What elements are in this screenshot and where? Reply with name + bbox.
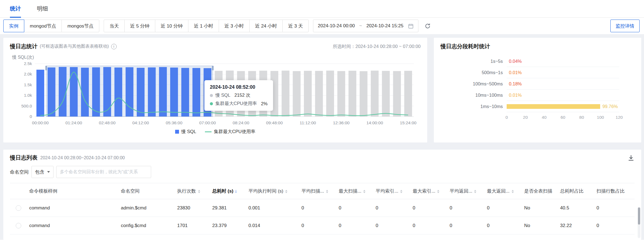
namespace-filter-label: 命名空间 <box>10 169 29 175</box>
date-end[interactable]: 2024-10-24 15:25 <box>366 23 403 29</box>
x-axis-tick-label: 40 <box>542 115 546 120</box>
svg-text:02:48:00: 02:48:00 <box>99 120 116 125</box>
sort-down-icon <box>437 192 439 193</box>
segment-bar-track: 0.04% <box>507 56 619 67</box>
legend-label: 慢 SQL <box>181 129 196 135</box>
column-header-label: 扫描行数占比 <box>597 188 625 194</box>
column-header[interactable]: 平均索引... <box>373 183 410 199</box>
tab-details[interactable]: 明细 <box>37 0 48 17</box>
button-last-24h[interactable]: 近 24 小时 <box>249 20 283 32</box>
sort-up-icon <box>363 190 365 191</box>
table-cell: 0 <box>299 217 336 234</box>
table-cell: admin.$cmd <box>119 199 175 217</box>
sort-down-icon <box>512 192 514 193</box>
button-mongod-node[interactable]: mongod节点 <box>24 20 62 32</box>
column-header[interactable]: 最大扫描... <box>336 183 373 199</box>
sort-icon[interactable] <box>474 190 476 193</box>
y-axis-title: 慢 SQL(次) <box>12 55 421 60</box>
series-dot-icon <box>210 94 213 97</box>
legend-item[interactable]: 慢 SQL <box>175 129 196 135</box>
button-mongos-node[interactable]: mongos节点 <box>62 20 99 32</box>
download-button[interactable] <box>627 154 635 161</box>
table-cell: 0.001 <box>246 199 299 217</box>
namespace-input[interactable] <box>56 166 151 178</box>
table-cell: 0 <box>299 199 336 217</box>
svg-text:11:12:00: 11:12:00 <box>300 120 316 125</box>
series-dot-icon <box>210 102 213 105</box>
legend-item[interactable]: 集群最大CPU使用率 <box>205 129 255 135</box>
segment-stats-card: 慢日志分段耗时统计 1s~5s0.04%500ms~1s0.01%100ms~5… <box>434 38 641 142</box>
download-icon <box>627 154 635 161</box>
table-cell: 32.22 <box>558 217 594 234</box>
column-header: 扫描行数占比 <box>594 183 635 199</box>
svg-text:12:36:00: 12:36:00 <box>333 120 350 125</box>
sort-down-icon <box>326 192 328 193</box>
segment-x-axis: 020406080100120 <box>507 112 619 120</box>
button-last-3d[interactable]: 近 3 天 <box>282 20 309 32</box>
sort-icon[interactable] <box>198 190 200 193</box>
column-header-label: 命令模板样例 <box>29 188 57 194</box>
column-header[interactable]: 最大返回... <box>485 183 522 199</box>
legend-label: 集群最大CPU使用率 <box>214 129 255 135</box>
table-cell: 0 <box>485 217 522 234</box>
sort-icon[interactable] <box>512 190 514 193</box>
list-time-range: 2024-10-24 00:28:00~2024-10-24 07:00:00 <box>40 155 125 160</box>
column-header[interactable]: 平均返回... <box>447 183 485 199</box>
segment-category-label: 10ms~100ms <box>440 93 507 98</box>
table-cell: No <box>522 217 558 234</box>
tab-statistics[interactable]: 统计 <box>10 0 21 17</box>
sort-up-icon <box>198 190 200 191</box>
column-header[interactable]: 平均扫描... <box>299 183 336 199</box>
svg-text:01:24:00: 01:24:00 <box>65 120 82 125</box>
tooltip-series-value: 2% <box>261 101 268 106</box>
button-last-3h[interactable]: 近 3 小时 <box>219 20 250 32</box>
button-instance[interactable]: 实例 <box>3 20 24 32</box>
column-header-label: 最大扫描... <box>339 188 361 194</box>
svg-text:1.0k: 1.0k <box>24 93 32 98</box>
sort-icon[interactable] <box>285 190 287 193</box>
sort-icon[interactable] <box>326 190 328 193</box>
table-row: commandconfig.$cmd170123.3790.014000000N… <box>10 217 635 234</box>
sort-desc-icon[interactable]: ↓ <box>235 188 237 194</box>
filter-operator-select[interactable]: 包含 <box>31 166 54 178</box>
sort-icon[interactable] <box>400 190 402 193</box>
segment-row: 1s~5s0.04% <box>440 56 619 67</box>
table-cell: command <box>27 199 119 217</box>
date-range-picker[interactable]: 2024-10-24 00:00 ~ 2024-10-24 15:25 <box>313 20 418 32</box>
slow-log-chart[interactable]: 0500.01.0k1.5k2.0k2.5k00:00:0001:24:0002… <box>10 61 421 127</box>
button-last-10min[interactable]: 近 10 分钟 <box>155 20 188 32</box>
column-header[interactable]: 最大索引... <box>410 183 447 199</box>
chart-legend: 慢 SQL集群最大CPU使用率 <box>10 129 421 135</box>
sort-icon[interactable] <box>437 190 439 193</box>
monitor-detail-button[interactable]: 监控详情 <box>610 20 640 32</box>
segment-bar[interactable] <box>507 104 600 109</box>
button-last-5min[interactable]: 近 5 分钟 <box>124 20 155 32</box>
row-radio[interactable] <box>16 223 21 228</box>
sort-down-icon <box>474 192 476 193</box>
info-icon[interactable] <box>111 44 117 49</box>
x-axis-tick-label: 120 <box>616 115 623 120</box>
slow-log-table: 命令模板样例命名空间执行次数总耗时 (s)↓平均执行时间 (s)平均扫描...最… <box>10 183 635 234</box>
tooltip-row: 慢 SQL2152 次 <box>210 92 268 98</box>
column-header[interactable]: 总耗时 (s)↓ <box>210 183 246 199</box>
sort-up-icon <box>400 190 402 191</box>
svg-text:05:36:00: 05:36:00 <box>166 120 183 125</box>
table-cell: 23.379 <box>210 217 246 234</box>
button-today[interactable]: 当天 <box>104 20 125 32</box>
legend-square-icon <box>175 130 179 134</box>
column-header[interactable]: 平均执行时间 (s) <box>246 183 299 199</box>
column-header[interactable]: 执行次数 <box>175 183 210 199</box>
svg-text:500.0: 500.0 <box>21 104 32 108</box>
segment-chart: 1s~5s0.04%500ms~1s0.01%100ms~500ms0.18%1… <box>440 56 635 120</box>
row-radio[interactable] <box>16 205 21 211</box>
sort-down-icon <box>400 192 402 193</box>
refresh-icon <box>424 23 431 29</box>
toolbar: 实例mongod节点mongos节点 当天近 5 分钟近 10 分钟近 1 小时… <box>0 18 644 34</box>
date-start[interactable]: 2024-10-24 00:00 <box>318 23 355 29</box>
sort-icon[interactable] <box>363 190 365 193</box>
refresh-button[interactable] <box>423 21 433 31</box>
button-last-1h[interactable]: 近 1 小时 <box>188 20 219 32</box>
table-scrollbar[interactable] <box>638 207 640 238</box>
svg-text:15:24:00: 15:24:00 <box>400 120 417 125</box>
table-scrollbar-thumb[interactable] <box>638 207 640 225</box>
